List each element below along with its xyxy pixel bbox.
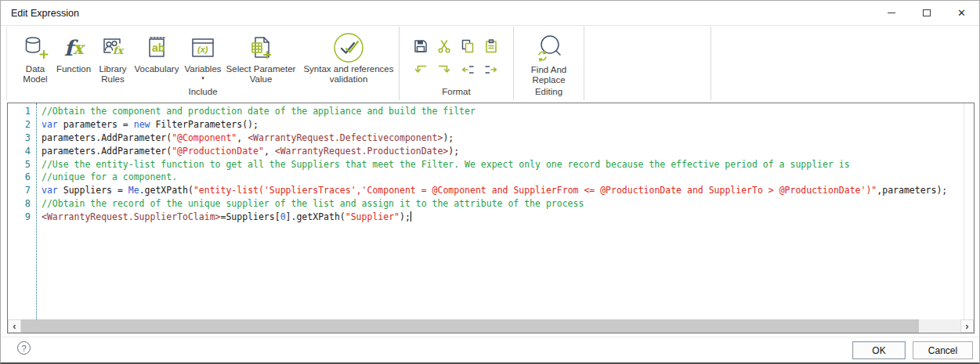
group-label-include: Include: [7, 87, 399, 96]
scroll-left-icon: ‹: [13, 321, 16, 331]
help-icon: ?: [21, 344, 26, 353]
line-number: 5: [8, 158, 36, 171]
toolbar-group-format: Format: [400, 27, 514, 100]
scroll-right-button[interactable]: ›: [960, 319, 974, 333]
function-icon: fx: [64, 31, 84, 64]
indent-icon: [483, 62, 499, 77]
maximize-icon: [923, 9, 931, 16]
line-number: 6: [8, 171, 36, 184]
outdent-button[interactable]: [456, 58, 479, 81]
window-controls: ✕: [873, 1, 979, 25]
ok-button[interactable]: OK: [852, 341, 906, 359]
function-label: Function: [56, 64, 91, 74]
line-number: 1: [8, 105, 36, 118]
save-button[interactable]: [409, 34, 432, 58]
undo-button[interactable]: [409, 58, 432, 81]
code-line[interactable]: //unique for a component.: [42, 171, 964, 184]
code-line[interactable]: //Obtain the component and production da…: [42, 105, 964, 118]
help-button[interactable]: ?: [17, 341, 31, 355]
svg-text:(x): (x): [197, 45, 208, 54]
indent-button[interactable]: [479, 58, 503, 81]
toolbar-group-include: Data Model fx Function: [7, 27, 400, 100]
copy-button[interactable]: [456, 34, 479, 58]
line-number: 2: [8, 118, 36, 132]
variables-label: Variables: [184, 64, 221, 74]
code-line[interactable]: parameters.AddParameter("@ProductionDate…: [42, 145, 964, 158]
select-parameter-value-label: Select Parameter Value: [225, 64, 297, 85]
horizontal-scrollbar[interactable]: ‹ ›: [8, 319, 974, 333]
save-icon: [413, 38, 429, 54]
expression-code-editor[interactable]: 123456789 //Obtain the component and pro…: [7, 103, 975, 333]
close-button[interactable]: ✕: [944, 1, 979, 25]
minimize-icon: [888, 13, 895, 13]
redo-button[interactable]: [432, 58, 456, 81]
edit-expression-dialog: Edit Expression ✕ Data Model: [0, 0, 980, 364]
minimize-button[interactable]: [873, 1, 909, 25]
maximize-button[interactable]: [909, 1, 944, 25]
text-caret: [410, 211, 411, 222]
cut-icon: [436, 38, 452, 54]
paste-button[interactable]: [479, 34, 503, 58]
line-number: 3: [8, 132, 36, 145]
group-label-format: Format: [400, 87, 513, 96]
close-icon: ✕: [957, 8, 966, 18]
find-and-replace-label: Find And Replace: [514, 65, 584, 85]
select-parameter-value-icon: [247, 31, 275, 64]
code-line[interactable]: //Obtain the record of the unique suppli…: [42, 197, 964, 211]
horizontal-scrollbar-thumb[interactable]: [21, 319, 919, 333]
code-line[interactable]: <WarrantyRequest.SupplierToClaim>=Suppli…: [42, 211, 964, 224]
line-number: 9: [8, 211, 36, 224]
line-number-gutter: 123456789: [8, 103, 37, 319]
redo-icon: [436, 62, 452, 77]
code-line[interactable]: var Suppliers = Me.getXPath("entity-list…: [42, 184, 964, 197]
find-and-replace-icon: [533, 32, 566, 65]
syntax-validation-label: Syntax and references validation: [298, 64, 399, 85]
library-rules-label: Library Rules: [95, 64, 131, 85]
vocabulary-icon: ab: [143, 31, 171, 64]
cancel-button[interactable]: Cancel: [913, 341, 973, 359]
line-number: 4: [8, 145, 36, 158]
line-number: 8: [8, 197, 36, 211]
library-rules-icon: fx: [99, 31, 127, 64]
code-line[interactable]: //Use the entity-list function to get al…: [42, 158, 964, 171]
copy-icon: [460, 38, 476, 54]
paste-icon: [483, 38, 499, 54]
group-label-editing: Editing: [514, 87, 584, 96]
code-line[interactable]: var parameters = new FilterParameters();: [42, 118, 964, 132]
cut-button[interactable]: [432, 34, 456, 58]
outdent-icon: [460, 62, 476, 77]
toolbar-group-editing: Find And Replace Editing: [514, 27, 584, 100]
undo-icon: [413, 62, 429, 77]
toolbar-group-spacer: [584, 27, 711, 100]
vocabulary-label: Vocabulary: [135, 64, 179, 74]
svg-text:ab: ab: [152, 41, 165, 54]
window-title: Edit Expression: [11, 8, 79, 19]
scroll-right-icon: ›: [965, 321, 968, 331]
line-number: 7: [8, 184, 36, 197]
scroll-left-button[interactable]: ‹: [8, 319, 21, 333]
code-line[interactable]: parameters.AddParameter("@Component", <W…: [42, 132, 964, 145]
variables-dropdown-icon: ▾: [201, 76, 204, 81]
vertical-scrollbar[interactable]: [964, 103, 974, 319]
data-model-icon: [21, 31, 49, 64]
variables-icon: (x): [189, 31, 217, 64]
syntax-validation-icon: [331, 31, 366, 64]
data-model-label: Data Model: [18, 64, 52, 85]
toolbar-ribbon: Data Model fx Function: [6, 27, 979, 100]
footer-separator: [1, 337, 979, 337]
code-lines[interactable]: //Obtain the component and production da…: [38, 103, 964, 319]
svg-text:fx: fx: [113, 45, 125, 56]
title-bar: Edit Expression ✕: [1, 1, 979, 26]
